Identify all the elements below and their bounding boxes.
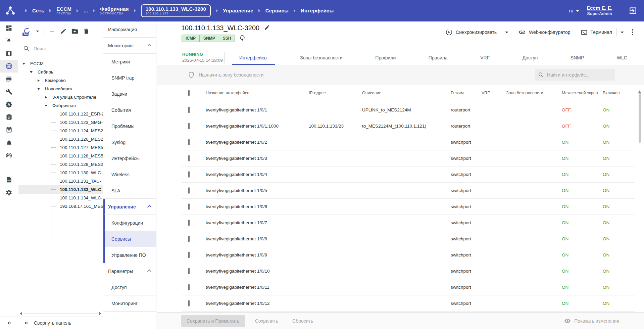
reset-button[interactable]: Сбросить (288, 315, 317, 327)
tab[interactable]: Интерфейсы (232, 50, 275, 65)
column-header[interactable]: Режим (451, 91, 482, 96)
tree-expander-icon[interactable] (51, 206, 56, 206)
row-checkbox[interactable] (188, 236, 190, 242)
menu-item[interactable]: Задачи (103, 86, 156, 102)
tree-expander-icon[interactable] (51, 198, 56, 198)
column-header[interactable]: Зона безопасности (506, 91, 562, 96)
tree-node[interactable]: 100.110.1.131_TAU- (18, 177, 103, 185)
table-row[interactable]: twentyfivegigabitethernet 1/0/1 UPLINK_t… (182, 102, 635, 118)
delete-button[interactable] (83, 28, 90, 35)
monitoring-icon[interactable] (0, 149, 18, 162)
breadcrumb-item[interactable]: Сервисы (253, 8, 289, 13)
interface-search-input[interactable] (547, 72, 607, 78)
tab[interactable]: Зоны безопасности (293, 50, 350, 65)
column-header[interactable]: VRF (482, 91, 506, 96)
table-row[interactable]: twentyfivegigabitethernet 1/0/7 switchpo… (182, 215, 635, 231)
scrollbar-thumb[interactable] (639, 92, 641, 143)
column-header[interactable]: IP-адрес (309, 91, 362, 96)
calendar-icon[interactable] (0, 124, 18, 136)
breadcrumb-item[interactable]: ЕССМ ГРУППЫ (44, 6, 71, 15)
expand-panel-button[interactable] (0, 317, 18, 329)
add-group-button[interactable] (48, 28, 56, 35)
menu-item[interactable]: Интерфейсы (103, 150, 156, 167)
table-row[interactable]: twentyfivegigabitethernet 1/0/3 switchpo… (182, 150, 635, 167)
tree-node[interactable]: Фабричная (18, 101, 103, 110)
tree-horizontal-scrollbar[interactable] (20, 312, 101, 316)
edit-button[interactable] (60, 28, 67, 35)
tree-expander-icon[interactable] (51, 189, 56, 190)
refresh-status-icon[interactable] (239, 34, 246, 42)
refresh-interval-button[interactable]: 1m (23, 27, 32, 36)
language-select[interactable]: ru (569, 8, 579, 13)
row-checkbox[interactable] (188, 220, 190, 226)
more-actions-button[interactable] (630, 28, 635, 37)
menu-item[interactable]: Мониторинг (103, 295, 156, 312)
table-row[interactable]: twentyfivegigabitethernet 1/0/4 switchpo… (182, 167, 635, 183)
table-row[interactable]: twentyfivegigabitethernet 1/0/12 switchp… (182, 295, 635, 312)
table-scrollbar[interactable] (638, 85, 641, 312)
scroll-up-icon[interactable] (638, 85, 641, 93)
menu-item[interactable]: Syslog (103, 134, 156, 150)
tree-node[interactable]: Новосибирск (18, 85, 103, 93)
tree-expander-icon[interactable] (43, 96, 49, 99)
tree-node[interactable]: Сибирь (18, 68, 103, 76)
breadcrumb-item[interactable]: Интерфейсы (289, 8, 334, 13)
row-checkbox[interactable] (188, 203, 190, 210)
breadcrumb-item[interactable]: ... (71, 8, 88, 13)
breadcrumb-item[interactable]: 100.110.1.133_WLC-3200 100.110.1.133 (129, 4, 211, 17)
row-checkbox[interactable] (188, 187, 190, 194)
settings-icon[interactable] (0, 186, 18, 199)
table-row[interactable]: twentyfivegigabitethernet 1/0/11 switchp… (182, 279, 635, 295)
tree-node[interactable]: 100.110.1.133_WLC (18, 185, 103, 194)
menu-item[interactable]: Управление (103, 199, 156, 215)
save-and-apply-button[interactable]: Сохранить и Применить (181, 315, 245, 327)
menu-item[interactable]: Управление ПО (103, 247, 156, 263)
tree-expander-icon[interactable] (36, 79, 41, 82)
row-checkbox[interactable] (188, 284, 190, 290)
column-header[interactable]: Включен (603, 91, 635, 96)
breadcrumb-item[interactable]: Сеть (20, 8, 44, 13)
tree-node[interactable]: 100.110.1.122_ESR-2 (18, 110, 103, 118)
tab[interactable]: Доступ (515, 50, 545, 65)
row-checkbox[interactable] (188, 171, 190, 178)
table-row[interactable]: twentyfivegigabitethernet 1/0/2 switchpo… (182, 134, 635, 150)
table-row[interactable]: twentyfivegigabitethernet 1/0/8 switchpo… (182, 231, 635, 247)
tasks-icon[interactable] (0, 111, 18, 124)
tree-expander-icon[interactable] (51, 173, 56, 173)
assign-zone-button[interactable]: Назначить зону безопасности (188, 65, 263, 85)
tree-expander-icon[interactable] (51, 122, 56, 123)
collapse-panel-button[interactable]: Свернуть панель (18, 317, 103, 329)
tree-expander-icon[interactable] (21, 63, 27, 65)
menu-item[interactable]: Мониторинг (103, 38, 156, 54)
user-menu[interactable]: Eccm E. E. SuperAdmin (587, 5, 612, 16)
app-logo-icon[interactable] (5, 6, 15, 16)
row-checkbox[interactable] (188, 139, 190, 145)
table-row[interactable]: twentyfivegigabitethernet 1/0/1.1000 100… (182, 118, 635, 134)
menu-item[interactable]: Метрики (103, 54, 156, 70)
tree-expander-icon[interactable] (51, 131, 56, 131)
tree-node[interactable]: 3-я улица Строителе (18, 93, 103, 101)
tab[interactable]: WLC (609, 50, 635, 65)
tree-node[interactable]: Кемерово (18, 76, 103, 85)
scrollbar-track[interactable] (23, 313, 98, 314)
tree-expander-icon[interactable] (43, 105, 49, 107)
menu-item[interactable]: Информация (103, 21, 156, 38)
tree-search-input[interactable] (34, 46, 84, 51)
scroll-right-icon[interactable] (99, 312, 101, 315)
tree-node[interactable]: 100.110.1.124_MES2 (18, 127, 103, 135)
menu-item[interactable]: События (103, 102, 156, 118)
breadcrumb-item[interactable]: Фабричная УСТРОЙСТВА (88, 6, 129, 15)
menu-item[interactable]: Конфигурации (103, 215, 156, 231)
auto-rules-icon[interactable] (0, 98, 18, 111)
row-checkbox[interactable] (188, 107, 190, 113)
tree-node[interactable]: ECCM (18, 59, 103, 68)
tab[interactable]: Профили (368, 50, 403, 65)
tree-node[interactable]: 100.110.1.134_WLC- (18, 194, 103, 202)
table-row[interactable]: twentyfivegigabitethernet 1/0/5 switchpo… (182, 183, 635, 199)
row-checkbox[interactable] (188, 123, 190, 129)
tree-expander-icon[interactable] (29, 71, 34, 73)
row-checkbox[interactable] (188, 155, 190, 161)
column-header[interactable]: Описание (362, 91, 451, 96)
move-to-group-button[interactable] (71, 28, 79, 35)
row-checkbox[interactable] (188, 252, 190, 258)
